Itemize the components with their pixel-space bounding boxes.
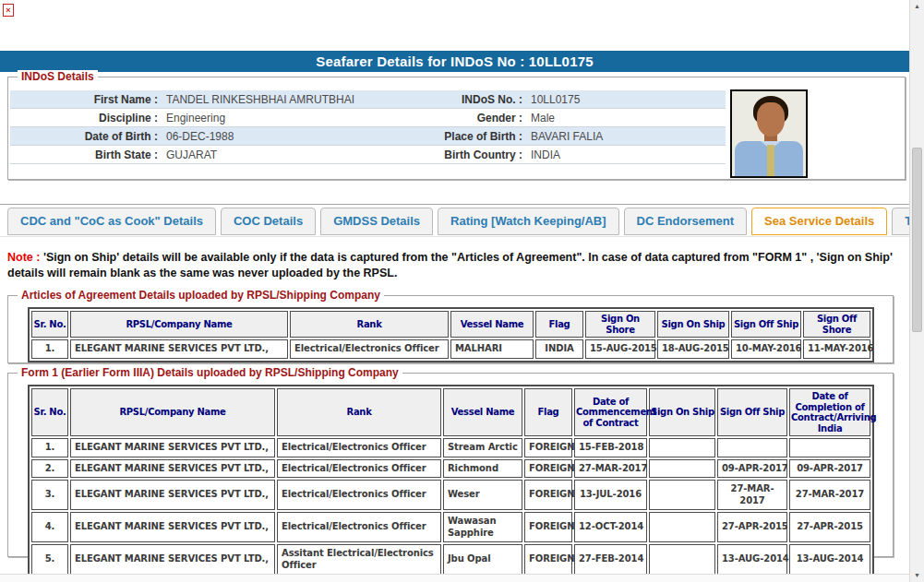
cell-completion-date: 09-APR-2017 bbox=[789, 459, 870, 479]
cell-sign-on-ship bbox=[649, 544, 715, 575]
col-header-sr-no: Sr. No. bbox=[31, 311, 68, 338]
cell-company: ELEGANT MARINE SERVICES PVT LTD., bbox=[70, 480, 275, 510]
field-value: 06-DEC-1988 bbox=[158, 130, 416, 143]
col-header-sign-on-ship: Sign On Ship bbox=[649, 388, 715, 436]
tab-cdc-coc-as-cook[interactable]: CDC and "CoC as Cook" Details bbox=[7, 208, 216, 235]
page-title: Seafarer Details for INDoS No : 10LL0175 bbox=[0, 51, 909, 72]
cell-vessel: Weser bbox=[443, 480, 522, 510]
table-row: 5. ELEGANT MARINE SERVICES PVT LTD., Ass… bbox=[31, 544, 870, 575]
field-label: Gender : bbox=[416, 112, 522, 125]
cell-rank: Electrical/Electronics Officer bbox=[290, 339, 449, 359]
cell-flag: FOREIGN bbox=[524, 438, 572, 457]
cell-sign-on-ship bbox=[649, 512, 715, 542]
note-text: Note : 'Sign on Ship' details will be av… bbox=[7, 250, 905, 281]
cell-rank: Electrical/Electronics Officer bbox=[277, 438, 441, 457]
cell-company: ELEGANT MARINE SERVICES PVT LTD., bbox=[70, 459, 275, 479]
col-header-company: RPSL/Company Name bbox=[70, 311, 288, 338]
tab-gmdss-details[interactable]: GMDSS Details bbox=[320, 208, 433, 235]
detail-row: Date of Birth : 06-DEC-1988 Place of Bir… bbox=[10, 127, 726, 146]
col-header-sign-on-ship: Sign On Ship bbox=[657, 311, 729, 338]
cell-rank: Electrical/Electronics Officer bbox=[277, 480, 441, 510]
cell-commencement-date: 12-OCT-2014 bbox=[574, 512, 647, 542]
cell-commencement-date: 13-JUL-2016 bbox=[574, 480, 647, 510]
cell-sign-off-ship: 27-MAR-2017 bbox=[717, 480, 787, 510]
field-value: INDIA bbox=[522, 148, 726, 161]
cell-flag: FOREIGN bbox=[524, 512, 572, 542]
scrollbar-thumb[interactable] bbox=[912, 148, 922, 332]
field-value: GUJARAT bbox=[158, 148, 416, 161]
field-value: Male bbox=[522, 112, 726, 125]
col-header-vessel: Vessel Name bbox=[450, 311, 534, 338]
col-header-flag: Flag bbox=[524, 388, 572, 436]
cell-sign-off-shore: 11-MAY-2016 bbox=[803, 339, 870, 359]
col-header-sign-on-shore: Sign On Shore bbox=[585, 311, 655, 338]
col-header-rank: Rank bbox=[277, 388, 441, 436]
cell-sr-no: 4. bbox=[31, 512, 68, 542]
cell-flag: FOREIGN bbox=[524, 480, 572, 510]
cell-commencement-date: 27-FEB-2014 bbox=[574, 544, 647, 575]
cell-completion-date: 27-APR-2015 bbox=[789, 512, 870, 542]
note-body: 'Sign on Ship' details will be available… bbox=[7, 251, 893, 279]
col-header-rank: Rank bbox=[290, 311, 449, 338]
table-header-row: Sr. No. RPSL/Company Name Rank Vessel Na… bbox=[31, 388, 870, 436]
field-label: Birth Country : bbox=[416, 148, 522, 161]
form1-fieldset: Form 1 (Earlier Form IIIA) Details uploa… bbox=[7, 373, 894, 557]
cell-company: ELEGANT MARINE SERVICES PVT LTD., bbox=[70, 339, 288, 359]
table-row: 1. ELEGANT MARINE SERVICES PVT LTD., Ele… bbox=[31, 438, 870, 457]
scroll-up-icon[interactable]: ▲ bbox=[910, 0, 924, 13]
col-header-sign-off-shore: Sign Off Shore bbox=[803, 311, 870, 338]
col-header-commencement-date: Date of Commencement of Contract bbox=[574, 388, 647, 436]
agreement-fieldset: Articles of Agreement Details uploaded b… bbox=[7, 295, 894, 363]
col-header-vessel: Vessel Name bbox=[443, 388, 522, 436]
cell-vessel: Jbu Opal bbox=[443, 544, 522, 575]
cell-company: ELEGANT MARINE SERVICES PVT LTD., bbox=[70, 544, 275, 575]
cell-sign-on-ship bbox=[649, 480, 715, 510]
note-prefix: Note : bbox=[7, 251, 40, 264]
cell-completion-date: 27-MAR-2017 bbox=[789, 480, 870, 510]
field-value: BAVARI FALIA bbox=[522, 130, 726, 143]
field-label: INDoS No. : bbox=[416, 93, 522, 106]
cell-sign-on-ship: 18-AUG-2015 bbox=[657, 339, 729, 359]
cell-completion-date bbox=[789, 438, 870, 457]
cell-rank: Electrical/Electronics Officer bbox=[277, 459, 441, 479]
horizontal-scrollbar[interactable] bbox=[0, 574, 909, 582]
field-label: Place of Birth : bbox=[416, 130, 522, 143]
detail-row: First Name : TANDEL RINKESHBHAI AMRUTBHA… bbox=[10, 90, 726, 109]
cell-flag: FOREIGN bbox=[524, 459, 572, 479]
col-header-completion-date: Date of Completion of Contract/Arriving … bbox=[789, 388, 870, 436]
cell-sign-off-ship: 13-AUG-2014 bbox=[717, 544, 787, 575]
cell-rank: Assitant Electrical/Electronics Officer bbox=[277, 544, 441, 575]
col-header-flag: Flag bbox=[535, 311, 583, 338]
form1-legend: Form 1 (Earlier Form IIIA) Details uploa… bbox=[18, 366, 402, 379]
col-header-sign-off-ship: Sign Off Ship bbox=[731, 311, 801, 338]
detail-row: Discipline : Engineering Gender : Male bbox=[10, 109, 726, 127]
vertical-scrollbar[interactable]: ▲ ▼ bbox=[909, 0, 924, 582]
table-row: 1. ELEGANT MARINE SERVICES PVT LTD., Ele… bbox=[31, 339, 870, 359]
broken-image-icon: × bbox=[3, 4, 14, 17]
cell-rank: Electrical/Electronics Officer bbox=[277, 512, 441, 542]
cell-flag: FOREIGN bbox=[524, 544, 572, 575]
field-label: First Name : bbox=[10, 93, 158, 106]
cell-sign-off-ship: 09-APR-2017 bbox=[717, 459, 787, 479]
table-row: 3. ELEGANT MARINE SERVICES PVT LTD., Ele… bbox=[31, 480, 870, 510]
cell-sign-off-ship bbox=[717, 438, 787, 457]
cell-commencement-date: 15-FEB-2018 bbox=[574, 438, 647, 457]
cell-company: ELEGANT MARINE SERVICES PVT LTD., bbox=[70, 438, 275, 457]
table-row: 2. ELEGANT MARINE SERVICES PVT LTD., Ele… bbox=[31, 459, 870, 479]
field-label: Birth State : bbox=[10, 148, 158, 161]
scroll-down-icon[interactable]: ▼ bbox=[910, 569, 924, 582]
cell-sr-no: 5. bbox=[31, 544, 68, 575]
seafarer-details-page: × Seafarer Details for INDoS No : 10LL01… bbox=[0, 0, 924, 582]
col-header-sign-off-ship: Sign Off Ship bbox=[717, 388, 787, 436]
cell-completion-date: 13-AUG-2014 bbox=[789, 544, 870, 575]
tab-sea-service-details[interactable]: Sea Service Details bbox=[751, 208, 887, 235]
photo-tie bbox=[767, 145, 774, 178]
cell-commencement-date: 27-MAR-2017 bbox=[574, 459, 647, 479]
cell-sign-off-ship: 10-MAY-2016 bbox=[731, 339, 801, 359]
tab-rating-watch-keeping[interactable]: Rating [Watch Keeping/AB] bbox=[438, 208, 619, 235]
tab-dc-endorsement[interactable]: DC Endorsement bbox=[624, 208, 747, 235]
table-row: 4. ELEGANT MARINE SERVICES PVT LTD., Ele… bbox=[31, 512, 870, 542]
cell-sr-no: 1. bbox=[31, 339, 68, 359]
field-value: Engineering bbox=[158, 112, 416, 125]
tab-coc-details[interactable]: COC Details bbox=[221, 208, 316, 235]
